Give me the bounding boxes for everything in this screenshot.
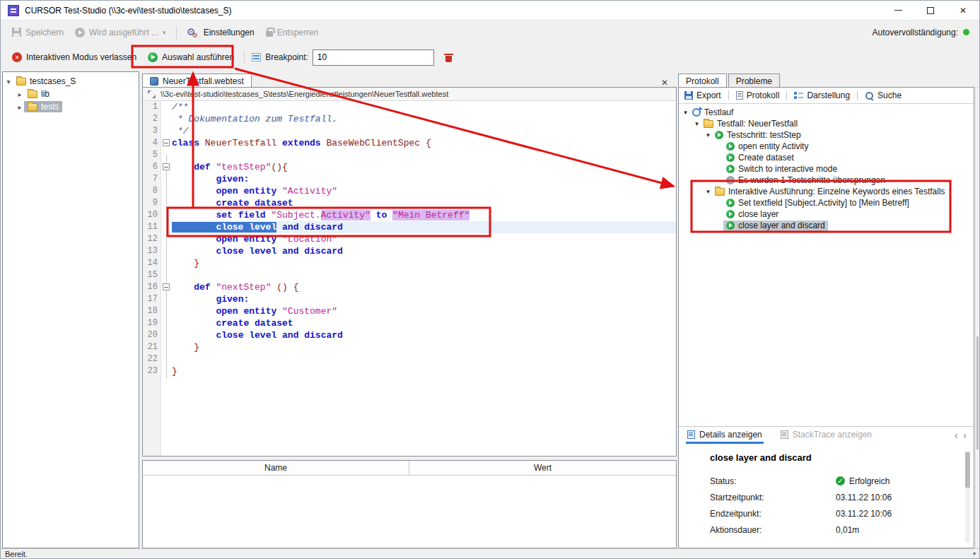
status-bar: Bereit. ▾ <box>1 548 979 558</box>
chevron-down-icon[interactable]: ▾ <box>704 131 712 139</box>
file-tree-item[interactable]: ▾testcases_S <box>3 75 139 88</box>
line-number: 14 <box>143 257 161 269</box>
protocol-tree-item[interactable]: Switch to interactive mode <box>679 163 974 175</box>
export-button[interactable]: Export <box>682 89 723 102</box>
tab-details-anzeigen[interactable]: Details anzeigen <box>686 427 764 444</box>
file-tree-label: tests <box>41 102 59 112</box>
code-line: 16− def "nextStep" () { <box>143 281 676 293</box>
darstellung-button[interactable]: Darstellung <box>792 89 852 102</box>
lock-icon <box>266 31 273 37</box>
editor-tab-label: NeuerTestfall.webtest <box>163 76 244 86</box>
protocol-tree-item[interactable]: ▾Interaktive Ausführung: Einzelne Keywor… <box>679 186 974 197</box>
chevron-right-icon[interactable]: ▸ <box>16 103 24 111</box>
protocol-tree-item[interactable]: close layer <box>679 208 974 220</box>
title-bar: CURSOR Test-Studio (\\3c-evi\test-studio… <box>1 1 979 20</box>
details-label: Aktionsdauer: <box>710 525 836 535</box>
protocol-tree-label: Testfall: NeuerTestfall <box>717 119 798 129</box>
chevron-down-icon[interactable]: ▾ <box>682 109 689 116</box>
protocol-tree-item[interactable]: Set textfield [Subject.Activity] to [Mei… <box>679 197 974 208</box>
gear-icon <box>187 27 199 38</box>
protokoll-view-button[interactable]: Protokoll <box>734 89 782 102</box>
autocomplete-on-indicator <box>963 29 969 35</box>
run-selection-label: Auswahl ausführen <box>162 52 234 62</box>
nav-back-icon[interactable]: ‹ <box>955 430 958 441</box>
scrollbar-thumb[interactable] <box>976 336 979 449</box>
close-button[interactable]: ✕ <box>947 1 979 20</box>
tab-probleme[interactable]: Probleme <box>728 73 780 88</box>
protocol-tree-item[interactable]: ▾Testlauf <box>679 107 974 118</box>
fold-toggle-icon[interactable]: − <box>163 283 170 290</box>
delete-breakpoint-icon[interactable] <box>444 52 453 63</box>
details-panel: close layer and discard Status:✓Erfolgre… <box>679 444 974 549</box>
details-row: Startzeitpunkt:03.11.22 10:06 <box>710 489 974 505</box>
line-number: 17 <box>143 293 161 305</box>
folder-icon <box>704 120 713 128</box>
code-line: 3 */ <box>143 125 676 137</box>
chevron-right-icon[interactable]: ▸ <box>16 90 24 98</box>
details-tab-label: Details anzeigen <box>699 430 762 440</box>
line-number: 15 <box>143 269 161 281</box>
run-selection-button[interactable]: Auswahl ausführen <box>142 49 240 65</box>
file-tree-item[interactable]: ▸tests <box>3 100 139 113</box>
darstellung-label: Darstellung <box>807 90 850 100</box>
unlock-button[interactable]: Entsperren <box>260 25 325 40</box>
code-line: 19 create dataset <box>143 317 676 329</box>
file-tree-item[interactable]: ▸lib <box>3 88 139 100</box>
fold-toggle-icon[interactable]: − <box>163 163 170 170</box>
protocol-tree-item[interactable]: open entity Activity <box>679 141 974 152</box>
maximize-button[interactable] <box>914 1 947 20</box>
maximize-editor-icon[interactable] <box>148 90 156 98</box>
code-line: 7 given: <box>143 173 676 185</box>
editor-close-icon[interactable]: ✕ <box>661 78 677 88</box>
code-line: 21 } <box>143 341 676 353</box>
code-lines: 1/**2 * Dokumentation zum Testfall.3 */4… <box>143 101 676 377</box>
editor-tab[interactable]: NeuerTestfall.webtest <box>142 73 252 88</box>
line-number: 20 <box>143 329 161 341</box>
running-button[interactable]: Wird ausgeführt ... ▾ <box>69 25 172 40</box>
protocol-tree-label: Testschritt: testStep <box>727 130 801 140</box>
line-number: 23 <box>143 365 161 377</box>
leave-interactive-mode-button[interactable]: ✕ Interaktiven Modus verlassen <box>6 49 142 65</box>
display-options-icon <box>794 91 803 100</box>
status-dropdown-icon[interactable]: ▾ <box>973 551 979 557</box>
protocol-tree-item[interactable]: Create dataset <box>679 152 974 163</box>
details-row: Aktionsdauer:0,01m <box>710 522 974 538</box>
tab-protokoll[interactable]: Protokoll <box>678 73 727 88</box>
minimize-button[interactable] <box>882 1 914 20</box>
details-scrollbar[interactable] <box>965 451 970 543</box>
toolbar-separator <box>857 90 858 100</box>
breakpoint-input[interactable] <box>313 49 434 66</box>
folder-icon <box>28 90 37 98</box>
code-line: 5 <box>143 149 676 161</box>
toolbar-separator <box>786 90 787 100</box>
column-header-name[interactable]: Name <box>143 461 409 475</box>
chevron-down-icon[interactable]: ▾ <box>4 78 13 86</box>
save-button[interactable]: Speichern <box>6 25 69 40</box>
right-panel-tabs: Protokoll Probleme <box>678 73 781 88</box>
column-header-wert[interactable]: Wert <box>409 461 676 475</box>
right-scrollbar[interactable] <box>975 87 980 548</box>
protocol-tree-item[interactable]: ▾Testschritt: testStep <box>679 129 974 141</box>
tab-stacktrace-anzeigen[interactable]: StackTrace anzeigen <box>779 427 873 444</box>
settings-button[interactable]: Einstellungen <box>181 24 260 41</box>
code-editor[interactable]: 1/**2 * Dokumentation zum Testfall.3 */4… <box>143 101 676 456</box>
protocol-tree-item[interactable]: iEs wurden 1 Testschritte übersprungen <box>679 175 974 186</box>
nav-forward-icon[interactable]: › <box>963 430 967 441</box>
file-tree-panel: ▾testcases_S▸lib▸tests <box>2 71 139 548</box>
suche-button[interactable]: Suche <box>863 89 904 102</box>
play-icon <box>726 165 735 173</box>
unlock-label: Entsperren <box>277 28 319 37</box>
protocol-tree-item[interactable]: ▾Testfall: NeuerTestfall <box>679 118 974 129</box>
line-number: 9 <box>143 197 161 209</box>
breakpoint-label: Breakpoint: <box>265 52 308 62</box>
success-icon: ✓ <box>836 476 845 486</box>
fold-toggle-icon[interactable]: − <box>163 139 170 146</box>
code-line: 23} <box>143 365 676 377</box>
chevron-down-icon[interactable]: ▾ <box>704 188 712 195</box>
chevron-down-icon[interactable]: ▾ <box>693 120 701 127</box>
protocol-tree-item[interactable]: close layer and discard <box>679 220 974 231</box>
line-number: 22 <box>143 353 161 365</box>
details-row: Status:✓Erfolgreich <box>710 473 974 489</box>
folder-icon <box>28 103 37 111</box>
code-line: 18 open entity "Customer" <box>143 305 676 317</box>
